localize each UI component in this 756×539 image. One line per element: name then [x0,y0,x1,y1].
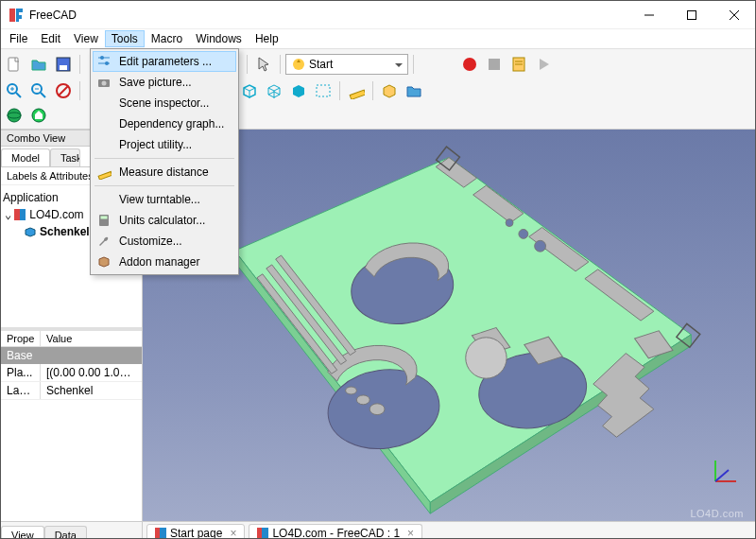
menu-view-turntable[interactable]: View turntable... [93,189,236,210]
axis-indicator [708,455,742,489]
menu-windows[interactable]: Windows [189,30,249,47]
zoom-in-button[interactable] [3,79,26,102]
svg-point-25 [8,109,21,122]
menu-tools[interactable]: Tools [105,30,145,47]
svg-point-53 [466,338,507,378]
sliders-icon [96,54,112,69]
svg-line-19 [41,93,45,97]
app-icon [9,8,24,23]
window-controls [627,1,755,28]
svg-rect-71 [262,528,268,539]
box-button[interactable] [238,79,261,102]
svg-rect-68 [155,528,160,539]
gear-icon [257,528,268,539]
svg-rect-5 [9,58,18,71]
macro-record-button[interactable] [458,53,481,76]
tools-dropdown: Edit parameters ... Save picture... Scen… [90,48,239,275]
new-file-button[interactable] [3,53,26,76]
workbench-selector[interactable]: Start [285,54,408,75]
property-header: Prope Value [1,331,142,347]
zoom-out-button[interactable] [27,79,50,102]
wireframe-button[interactable] [263,79,285,102]
group-button[interactable] [403,79,425,102]
menu-file[interactable]: File [3,30,34,47]
bounding-button[interactable] [312,79,335,102]
package-icon [96,254,112,270]
menubar: File Edit View Tools Macro Windows Help [1,29,755,48]
svg-rect-2 [687,10,696,19]
globe-button[interactable] [3,104,26,127]
menu-dependency-graph[interactable]: Dependency graph... [93,113,236,134]
close-tab-icon[interactable]: × [407,527,414,540]
pointer-button[interactable] [252,53,275,76]
menu-customize[interactable]: Customize... [93,231,236,252]
menu-project-utility[interactable]: Project utility... [93,134,236,155]
open-file-button[interactable] [27,53,50,76]
document-tabs: Start page × LO4D.com - FreeCAD : 1 × [143,521,755,539]
svg-rect-38 [20,209,26,220]
menu-edit-parameters[interactable]: Edit parameters ... [93,51,236,72]
macro-list-button[interactable] [507,53,530,76]
macro-play-button[interactable] [532,53,555,76]
tab-view[interactable]: View [1,526,44,539]
menu-macro[interactable]: Macro [145,30,189,47]
close-tab-icon[interactable]: × [230,527,236,540]
minimize-button[interactable] [627,1,670,28]
svg-line-22 [59,86,68,96]
svg-point-61 [519,229,528,238]
svg-point-62 [535,240,546,252]
svg-rect-69 [160,528,166,539]
menu-help[interactable]: Help [249,30,285,47]
svg-rect-24 [350,90,365,99]
svg-rect-0 [9,9,15,22]
property-group: Base [1,347,142,364]
menu-addon-manager[interactable]: Addon manager [93,252,236,272]
combo-bottom-tabs: View Data [1,521,142,539]
doc-icon [13,208,26,221]
menu-edit[interactable]: Edit [34,30,67,47]
maximize-button[interactable] [670,1,713,28]
property-row[interactable]: Label Schenkel [1,382,142,400]
svg-line-15 [16,93,21,97]
menu-measure-distance[interactable]: Measure distance [93,162,236,183]
menu-view[interactable]: View [67,30,105,47]
doc-tab-active[interactable]: LO4D.com - FreeCAD : 1 × [249,524,422,540]
menu-units-calculator[interactable]: Units calculator... [93,210,236,231]
svg-rect-34 [98,171,112,180]
window-title: FreeCAD [29,9,627,22]
property-grid[interactable]: Base Pla... [(0.00 0.00 1.00); 0... Labe… [1,347,142,521]
titlebar: FreeCAD [1,1,755,29]
calculator-icon [96,213,112,228]
tab-model[interactable]: Model [1,148,50,166]
wrench-icon [96,234,112,249]
svg-rect-37 [14,209,20,220]
measure-button[interactable] [345,79,368,102]
save-file-button[interactable] [52,53,75,76]
part-button[interactable] [378,79,401,102]
ruler-icon [96,165,112,180]
svg-point-57 [346,387,357,394]
home-button[interactable] [27,104,50,127]
menu-scene-inspector[interactable]: Scene inspector... [93,93,236,113]
property-row[interactable]: Pla... [(0.00 0.00 1.00); 0... [1,364,142,382]
macro-stop-button[interactable] [483,53,506,76]
menu-separator [94,158,234,159]
part-icon [24,225,37,238]
tab-task[interactable]: Task [50,148,80,166]
doc-tab-start[interactable]: Start page × [146,524,245,540]
svg-point-59 [369,404,385,415]
close-button[interactable] [713,1,755,28]
svg-line-67 [715,470,729,481]
svg-rect-23 [317,85,330,96]
shaded-button[interactable] [287,79,310,102]
svg-rect-10 [489,59,500,70]
menu-save-picture[interactable]: Save picture... [93,72,236,93]
svg-point-29 [100,56,104,60]
camera-icon [96,75,112,90]
gear-icon [155,528,166,539]
svg-point-60 [506,219,513,227]
svg-point-33 [102,81,107,86]
svg-point-9 [463,58,476,71]
tab-data[interactable]: Data [44,526,87,539]
no-entry-button[interactable] [52,79,75,102]
